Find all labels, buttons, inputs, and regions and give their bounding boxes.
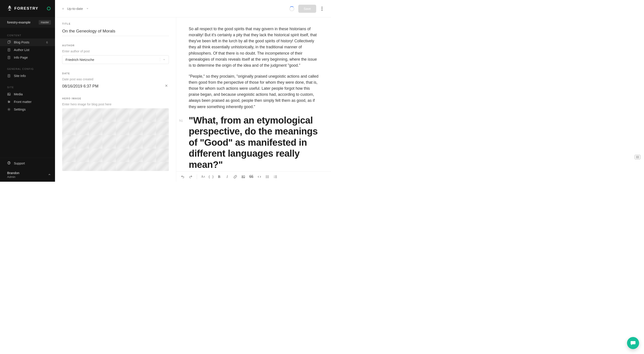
svg-point-14 [266, 175, 266, 176]
loading-spinner-icon [289, 6, 294, 11]
form-panel: TITLE AUTHOR Enter author of post Friedr… [55, 18, 176, 182]
nav-heading: GENERAL CONFIG [0, 65, 55, 72]
user-role: Admin [7, 175, 20, 179]
date-value[interactable]: 08/16/2019 6:37 PM [62, 84, 98, 89]
status-ring-icon [47, 7, 50, 10]
nav-heading: SITE [0, 84, 55, 90]
nav-section-site: SITE Media Front matter Settings [0, 80, 55, 113]
field-help: Enter author of post [62, 50, 169, 53]
more-menu-button[interactable] [320, 5, 324, 12]
sidebar-item-support[interactable]: Support [0, 158, 55, 169]
svg-point-11 [9, 164, 9, 164]
svg-point-15 [266, 177, 266, 177]
nav-section-content: CONTENT Blog Posts 6 Author List Info Pa… [0, 28, 55, 61]
blockquote-button[interactable]: 66 [248, 173, 255, 181]
svg-rect-3 [8, 75, 10, 77]
brackets-button[interactable]: { } [207, 173, 215, 181]
field-author: AUTHOR Enter author of post Friedrich Ni… [62, 44, 169, 64]
brand-row: FORESTRY [0, 0, 55, 17]
field-title: TITLE [62, 22, 169, 36]
author-selected-value: Friedrich Nietzsche [66, 58, 94, 62]
bullet-list-button[interactable] [264, 173, 271, 181]
sidebar-item-author-list[interactable]: Author List [0, 46, 55, 54]
numbered-list-button[interactable]: 123 [272, 173, 279, 181]
image-button[interactable] [240, 173, 247, 181]
sidebar-item-label: Site Info [14, 74, 26, 78]
sidebar-item-label: Front matter [14, 100, 32, 104]
gear-icon [7, 108, 11, 111]
topbar: Up-to-date Save [55, 0, 331, 18]
text-size-button[interactable]: AA [199, 173, 207, 181]
field-date: DATE Date post was created 08/16/2019 6:… [62, 72, 169, 89]
svg-rect-12 [242, 175, 245, 178]
repo-row[interactable]: forestry-example master [0, 17, 55, 28]
svg-point-7 [10, 102, 10, 102]
sidebar-item-site-info[interactable]: Site Info [0, 72, 55, 80]
sliders-icon [7, 100, 11, 104]
sidebar-item-label: Media [14, 92, 23, 96]
sidebar-item-media[interactable]: Media [0, 90, 55, 98]
sidebar-item-info-page[interactable]: Info Page [0, 54, 55, 61]
svg-text:3: 3 [274, 177, 274, 178]
author-select[interactable]: Friedrich Nietzsche [62, 55, 169, 64]
svg-point-16 [266, 177, 266, 178]
sidebar-item-label: Settings [14, 108, 26, 111]
heading-marker: h1 [179, 119, 183, 122]
chevron-down-icon [160, 58, 166, 62]
clear-date-button[interactable] [164, 83, 169, 89]
undo-button[interactable] [179, 173, 186, 181]
sync-status[interactable]: Up-to-date [62, 7, 89, 11]
link-button[interactable] [232, 173, 239, 181]
sidebar-item-blog-posts[interactable]: Blog Posts 6 [0, 39, 55, 46]
field-help: Enter hero image for blog post here [62, 103, 169, 106]
document-body[interactable]: So all respect to the good spirits that … [176, 18, 331, 171]
user-menu[interactable]: Brandon Admin [0, 169, 55, 182]
sidebar-item-label: Info Page [14, 56, 28, 59]
chevron-down-icon [86, 7, 89, 11]
forestry-logo-icon [7, 5, 12, 12]
sidebar: FORESTRY forestry-example master CONTENT… [0, 0, 55, 182]
sidebar-item-label: Blog Posts [14, 41, 29, 44]
field-label: HERO IMAGE [62, 97, 169, 100]
sidebar-item-front-matter[interactable]: Front matter [0, 98, 55, 106]
italic-button[interactable]: I [224, 173, 231, 181]
page-icon [7, 48, 11, 52]
page-icon [7, 74, 11, 78]
editor-toolbar: AA { } B I 66 123 [176, 171, 331, 182]
document-paragraph[interactable]: "People," so they proclaim, "originally … [189, 73, 318, 110]
help-icon [7, 161, 11, 165]
field-label: DATE [62, 72, 169, 75]
svg-rect-0 [8, 41, 10, 44]
status-text: Up-to-date [67, 7, 83, 11]
page-icon [7, 56, 11, 59]
status-dot-icon [62, 8, 64, 10]
svg-point-9 [8, 109, 10, 110]
svg-rect-2 [8, 56, 10, 59]
title-input[interactable] [62, 28, 169, 36]
sidebar-bottom: Support Brandon Admin [0, 158, 55, 182]
codeblock-button[interactable] [256, 173, 263, 181]
document-paragraph[interactable]: So all respect to the good spirits that … [189, 26, 318, 69]
save-button[interactable]: Save [298, 5, 316, 13]
user-name: Brandon [7, 171, 20, 175]
svg-point-8 [8, 102, 9, 103]
field-label: AUTHOR [62, 44, 169, 47]
main: Up-to-date Save TITLE AUTHOR Enter autho… [55, 0, 331, 182]
chevron-up-icon [48, 173, 51, 177]
nav-section-general-config: GENERAL CONFIG Site Info [0, 61, 55, 80]
sidebar-item-settings[interactable]: Settings [0, 106, 55, 113]
sidebar-item-label: Author List [14, 48, 29, 52]
sidebar-item-count: 6 [46, 41, 48, 44]
svg-point-6 [8, 101, 9, 102]
nav-heading: CONTENT [0, 32, 55, 39]
redo-button[interactable] [187, 173, 194, 181]
brand[interactable]: FORESTRY [7, 5, 38, 12]
repo-branch-badge: master [39, 20, 51, 25]
brand-name: FORESTRY [14, 6, 38, 11]
hero-image-preview[interactable] [62, 108, 169, 171]
bold-button[interactable]: B [215, 173, 223, 181]
document-heading-1[interactable]: "What, from an etymological perspective,… [189, 115, 318, 170]
support-label: Support [14, 162, 25, 165]
image-icon [7, 92, 11, 96]
pages-icon [7, 41, 11, 44]
